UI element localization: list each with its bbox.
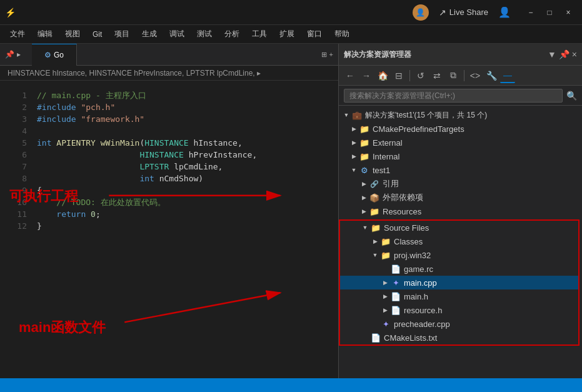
active-btn[interactable]: — bbox=[500, 68, 515, 83]
panel-actions: ▼ 📌 × bbox=[548, 49, 577, 59]
code-line-1: 1 // main.cpp - 主程序入口 bbox=[0, 89, 338, 101]
tree-view[interactable]: ▼ 💼 解决方案'test1'(15 个项目，共 15 个) ▶ 📁 CMake… bbox=[339, 106, 582, 392]
live-share-button[interactable]: ↗ Live Share bbox=[434, 6, 493, 19]
main-h-arrow: ▶ bbox=[380, 291, 390, 301]
maximize-button[interactable]: □ bbox=[541, 4, 558, 21]
separator2 bbox=[464, 70, 464, 81]
menu-help[interactable]: 帮助 bbox=[329, 26, 354, 42]
solution-arrow: ▼ bbox=[341, 110, 351, 120]
tree-item-cmakelists[interactable]: ▶ 📄 CMakeLists.txt bbox=[340, 331, 578, 344]
internal-label: Internal bbox=[373, 152, 399, 161]
menu-git[interactable]: Git bbox=[88, 28, 107, 41]
separator1 bbox=[409, 70, 410, 81]
tree-item-resource-h[interactable]: ▶ 📄 resource.h bbox=[340, 303, 578, 317]
right-panel: 解决方案资源管理器 ▼ 📌 × ← → 🏠 ⊟ ↺ ⇄ ⧉ <> 🔧 — 🔍 bbox=[338, 44, 582, 392]
tree-item-proj-win32[interactable]: ▼ 📁 proj.win32 bbox=[340, 248, 578, 262]
tree-item-ext-deps[interactable]: ▶ 📦 外部依赖项 bbox=[339, 191, 582, 204]
cmake-icon: ⚙ bbox=[44, 51, 51, 59]
panel-title: 解决方案资源管理器 bbox=[344, 49, 411, 60]
forward-btn[interactable]: → bbox=[359, 68, 374, 83]
menu-analyze[interactable]: 分析 bbox=[219, 26, 244, 42]
menu-build[interactable]: 生成 bbox=[137, 26, 162, 42]
menu-debug[interactable]: 调试 bbox=[164, 26, 189, 42]
search-icon[interactable]: 🔍 bbox=[566, 91, 577, 101]
proj-arrow: ▼ bbox=[370, 250, 380, 260]
minimize-button[interactable]: − bbox=[522, 4, 539, 21]
tree-item-cmake[interactable]: ▶ 📁 CMakePredefinedTargets bbox=[339, 122, 582, 136]
solution-root[interactable]: ▼ 💼 解决方案'test1'(15 个项目，共 15 个) bbox=[339, 108, 582, 122]
breadcrumb: HINSTANCE hInstance, HINSTANCE hPrevInst… bbox=[8, 69, 261, 78]
person-icon[interactable]: 👤 bbox=[498, 6, 511, 18]
tree-item-resources[interactable]: ▶ 📁 Resources bbox=[339, 204, 582, 218]
menu-file[interactable]: 文件 bbox=[5, 26, 30, 42]
external-folder-icon: 📁 bbox=[359, 137, 370, 148]
home-btn[interactable]: 🏠 bbox=[375, 68, 390, 83]
main-h-icon: 📄 bbox=[390, 291, 401, 302]
resource-h-icon: 📄 bbox=[390, 304, 401, 316]
menu-edit[interactable]: 编辑 bbox=[33, 26, 58, 42]
menu-view[interactable]: 视图 bbox=[60, 26, 85, 42]
tree-item-references[interactable]: ▶ 🔗 引用 bbox=[339, 177, 582, 191]
code-line-11: 11 return 0; bbox=[0, 208, 338, 220]
menu-extensions[interactable]: 扩展 bbox=[274, 26, 299, 42]
tab-go[interactable]: ⚙ Go bbox=[32, 44, 77, 66]
close-panel-icon[interactable]: × bbox=[572, 49, 577, 59]
tree-item-external[interactable]: ▶ 📁 External bbox=[339, 136, 582, 149]
ext-deps-arrow: ▶ bbox=[359, 193, 369, 203]
classes-icon: 📁 bbox=[380, 236, 391, 247]
code-area[interactable]: 1 // main.cpp - 主程序入口 2 #include "pch.h"… bbox=[0, 81, 338, 387]
tree-item-test1[interactable]: ▼ ⚙ test1 bbox=[339, 163, 582, 177]
menu-project[interactable]: 项目 bbox=[109, 26, 134, 42]
tree-item-source-files[interactable]: ▼ 📁 Source Files bbox=[340, 221, 578, 234]
precheader-icon: ✦ bbox=[380, 318, 391, 329]
refresh-btn[interactable]: ↺ bbox=[413, 68, 428, 83]
sync-btn[interactable]: ⇄ bbox=[429, 68, 444, 83]
avatar[interactable]: 👤 bbox=[413, 4, 429, 21]
tree-item-precheader[interactable]: ▶ ✦ precheader.cpp bbox=[340, 317, 578, 331]
back-btn[interactable]: ← bbox=[343, 68, 358, 83]
resource-h-label: resource.h bbox=[404, 306, 442, 315]
solution-icon: 💼 bbox=[351, 109, 363, 121]
classes-arrow: ▶ bbox=[370, 236, 380, 246]
game-rc-label: game.rc bbox=[404, 264, 433, 274]
pin-icon: 📌 bbox=[5, 50, 14, 59]
menu-window[interactable]: 窗口 bbox=[302, 26, 327, 42]
code-btn[interactable]: <> bbox=[468, 68, 483, 83]
search-bar: 🔍 bbox=[339, 86, 582, 106]
title-bar-right: 👤 ↗ Live Share 👤 − □ × bbox=[413, 4, 577, 21]
collapse-all-btn[interactable]: ⊟ bbox=[391, 68, 406, 83]
search-input[interactable] bbox=[344, 89, 563, 103]
resources-folder-icon: 📁 bbox=[369, 206, 380, 217]
tree-item-main-h[interactable]: ▶ 📄 main.h bbox=[340, 289, 578, 303]
menu-test[interactable]: 测试 bbox=[192, 26, 217, 42]
left-panel: 📌 ▸ ⚙ Go ⊞ + HINSTANCE hInstance, HINSTA… bbox=[0, 44, 338, 392]
cmakelists-label: CMakeLists.txt bbox=[384, 333, 437, 343]
tree-item-classes[interactable]: ▶ 📁 Classes bbox=[340, 234, 578, 248]
external-arrow: ▶ bbox=[349, 138, 359, 148]
tree-item-main-cpp[interactable]: ▶ ✦ main.cpp bbox=[340, 276, 578, 289]
tab-label: Go bbox=[54, 51, 64, 59]
collapse-icon[interactable]: ▼ bbox=[548, 49, 556, 59]
resource-h-arrow: ▶ bbox=[380, 305, 390, 315]
cmake-arrow: ▶ bbox=[349, 124, 359, 134]
split-icon[interactable]: ⊞ bbox=[321, 51, 327, 59]
source-files-label: Source Files bbox=[384, 223, 429, 233]
cmake-folder-icon: 📁 bbox=[359, 123, 370, 134]
copy-btn[interactable]: ⧉ bbox=[446, 68, 461, 83]
menu-tools[interactable]: 工具 bbox=[247, 26, 272, 42]
add-tab-icon[interactable]: + bbox=[329, 51, 333, 58]
status-bar bbox=[0, 378, 582, 392]
test1-label: test1 bbox=[373, 166, 390, 175]
classes-label: Classes bbox=[394, 237, 423, 246]
toolbar: ← → 🏠 ⊟ ↺ ⇄ ⧉ <> 🔧 — bbox=[339, 66, 582, 86]
proj-icon: 📁 bbox=[380, 249, 391, 261]
close-button[interactable]: × bbox=[559, 4, 577, 21]
code-line-12: 12 } bbox=[0, 220, 338, 232]
ext-deps-label: 外部依赖项 bbox=[383, 192, 423, 203]
pin-panel-icon[interactable]: 📌 bbox=[559, 49, 569, 59]
settings-btn[interactable]: 🔧 bbox=[484, 68, 499, 83]
code-line-3: 3 #include "framework.h" bbox=[0, 113, 338, 125]
app-icon: ⚡ bbox=[5, 8, 16, 18]
tree-item-game-rc[interactable]: ▶ 📄 game.rc bbox=[340, 262, 578, 276]
tree-item-internal[interactable]: ▶ 📁 Internal bbox=[339, 149, 582, 163]
